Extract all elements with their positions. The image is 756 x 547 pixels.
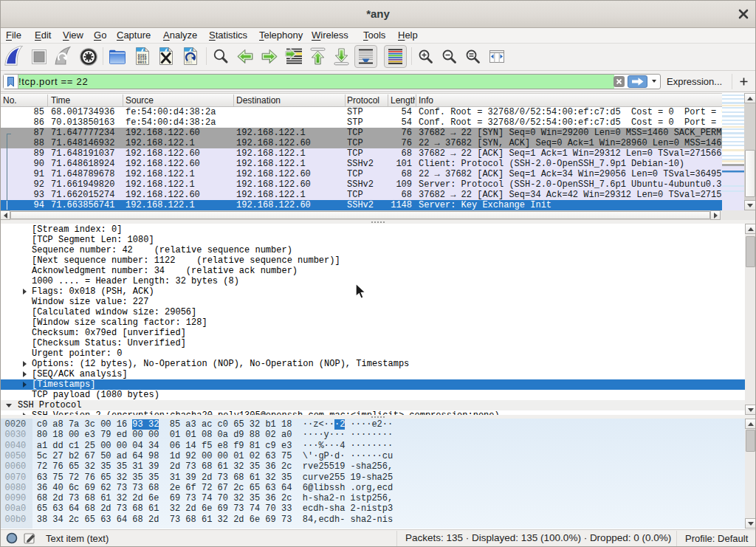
- svg-text:0011: 0011: [138, 61, 147, 65]
- svg-text:001: 001: [186, 61, 193, 65]
